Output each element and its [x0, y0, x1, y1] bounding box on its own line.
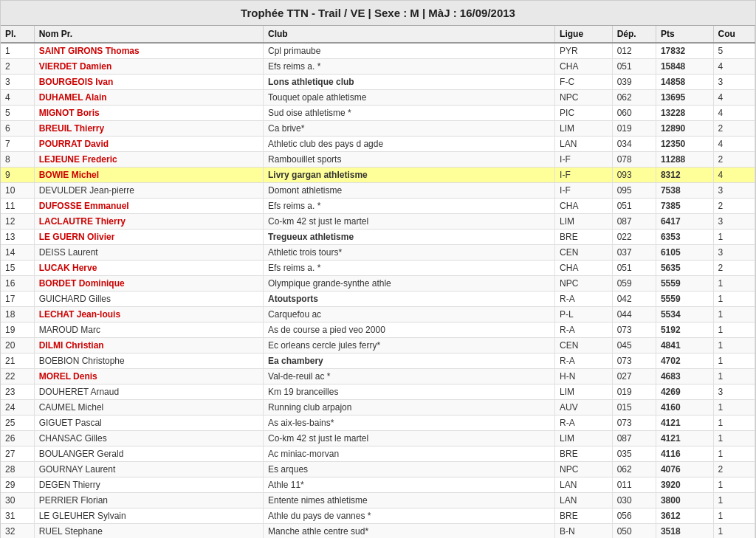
cell-cou: 1 [713, 230, 755, 245]
cell-dep: 050 [612, 524, 656, 539]
cell-nom: LACLAUTRE Thierry [34, 214, 263, 230]
table-body: 1 SAINT GIRONS Thomas Cpl primaube PYR 0… [1, 43, 755, 538]
cell-cou: 1 [713, 323, 755, 338]
cell-ligue: R-A [555, 415, 613, 431]
cell-nom: LE GLEUHER Sylvain [34, 508, 263, 524]
cell-pl: 26 [1, 431, 34, 446]
table-row: 12 LACLAUTRE Thierry Co-km 42 st just le… [1, 214, 755, 230]
cell-pts: 4702 [656, 354, 713, 369]
cell-cou: 1 [713, 369, 755, 384]
cell-nom: DEVULDER Jean-pierre [34, 183, 263, 199]
cell-dep: 073 [612, 415, 656, 431]
cell-club: Touquet opale athletisme [264, 90, 555, 106]
table-row: 9 BOWIE Michel Livry gargan athletisme I… [1, 168, 755, 183]
cell-club: Athle du pays de vannes * [264, 508, 555, 524]
cell-dep: 022 [612, 230, 656, 245]
cell-pl: 29 [1, 477, 34, 493]
header-nom: Nom Pr. [34, 26, 263, 43]
cell-pts: 5534 [656, 307, 713, 323]
cell-nom: CHANSAC Gilles [34, 431, 263, 446]
cell-pts: 14858 [656, 75, 713, 90]
table-row: 32 RUEL Stephane Manche athle centre sud… [1, 524, 755, 539]
cell-nom: DUHAMEL Alain [34, 90, 263, 106]
cell-cou: 4 [713, 137, 755, 152]
cell-cou: 3 [713, 75, 755, 90]
table-row: 29 DEGEN Thierry Athle 11* LAN 011 3920 … [1, 477, 755, 493]
cell-club: Co-km 42 st just le martel [264, 431, 555, 446]
cell-nom: DEGEN Thierry [34, 477, 263, 493]
header-pts: Pts [656, 26, 713, 43]
cell-cou: 1 [713, 446, 755, 462]
cell-ligue: LAN [555, 493, 613, 508]
cell-ligue: LIM [555, 214, 613, 230]
header-pl: Pl. [1, 26, 34, 43]
cell-cou: 4 [713, 90, 755, 106]
cell-ligue: PIC [555, 106, 613, 121]
table-row: 28 GOURNAY Laurent Es arques NPC 062 407… [1, 462, 755, 477]
cell-club: Val-de-reuil ac * [264, 369, 555, 384]
cell-cou: 2 [713, 121, 755, 137]
cell-pl: 30 [1, 493, 34, 508]
cell-ligue: CHA [555, 59, 613, 75]
table-row: 23 DOUHERET Arnaud Km 19 branceilles LIM… [1, 384, 755, 400]
cell-nom: RUEL Stephane [34, 524, 263, 539]
cell-club: Ea chambery [264, 354, 555, 369]
cell-cou: 4 [713, 59, 755, 75]
table-row: 13 LE GUERN Olivier Tregueux athletisme … [1, 230, 755, 245]
cell-cou: 3 [713, 183, 755, 199]
cell-pts: 3920 [656, 477, 713, 493]
cell-club: Rambouillet sports [264, 152, 555, 168]
cell-nom: BOEBION Christophe [34, 354, 263, 369]
table-row: 8 LEJEUNE Frederic Rambouillet sports I-… [1, 152, 755, 168]
cell-club: Km 19 branceilles [264, 384, 555, 400]
cell-dep: 037 [612, 245, 656, 261]
header-club: Club [264, 26, 555, 43]
header-cou: Cou [713, 26, 755, 43]
cell-pts: 13228 [656, 106, 713, 121]
cell-club: Cpl primaube [264, 43, 555, 59]
cell-ligue: CEN [555, 338, 613, 354]
cell-ligue: BRE [555, 230, 613, 245]
cell-pl: 24 [1, 400, 34, 415]
cell-pl: 32 [1, 524, 34, 539]
cell-nom: BOULANGER Gerald [34, 446, 263, 462]
cell-club: Lons athletique club [264, 75, 555, 90]
cell-club: Co-km 42 st just le martel [264, 214, 555, 230]
cell-dep: 087 [612, 214, 656, 230]
cell-club: Olympique grande-synthe athle [264, 276, 555, 292]
cell-pts: 6353 [656, 230, 713, 245]
cell-nom: DILMI Christian [34, 338, 263, 354]
cell-pl: 21 [1, 354, 34, 369]
cell-pl: 13 [1, 230, 34, 245]
table-row: 17 GUICHARD Gilles Atoutsports R-A 042 5… [1, 292, 755, 307]
cell-cou: 1 [713, 431, 755, 446]
cell-cou: 1 [713, 338, 755, 354]
cell-pl: 18 [1, 307, 34, 323]
cell-pts: 6105 [656, 245, 713, 261]
table-row: 30 PERRIER Florian Entente nimes athleti… [1, 493, 755, 508]
cell-club: Entente nimes athletisme [264, 493, 555, 508]
header-ligue: Ligue [555, 26, 613, 43]
cell-pl: 25 [1, 415, 34, 431]
cell-dep: 095 [612, 183, 656, 199]
table-row: 26 CHANSAC Gilles Co-km 42 st just le ma… [1, 431, 755, 446]
cell-nom: GIGUET Pascal [34, 415, 263, 431]
cell-nom: GOURNAY Laurent [34, 462, 263, 477]
cell-club: Carquefou ac [264, 307, 555, 323]
cell-cou: 3 [713, 214, 755, 230]
cell-club: Livry gargan athletisme [264, 168, 555, 183]
cell-pl: 14 [1, 245, 34, 261]
cell-dep: 011 [612, 477, 656, 493]
table-row: 5 MIGNOT Boris Sud oise athletisme * PIC… [1, 106, 755, 121]
cell-pts: 4121 [656, 415, 713, 431]
table-row: 27 BOULANGER Gerald Ac miniac-morvan BRE… [1, 446, 755, 462]
cell-ligue: P-L [555, 307, 613, 323]
cell-pts: 4269 [656, 384, 713, 400]
cell-cou: 1 [713, 477, 755, 493]
table-row: 3 BOURGEOIS Ivan Lons athletique club F-… [1, 75, 755, 90]
cell-ligue: LIM [555, 121, 613, 137]
cell-cou: 1 [713, 276, 755, 292]
table-row: 2 VIERDET Damien Efs reims a. * CHA 051 … [1, 59, 755, 75]
cell-cou: 1 [713, 400, 755, 415]
cell-nom: BOWIE Michel [34, 168, 263, 183]
